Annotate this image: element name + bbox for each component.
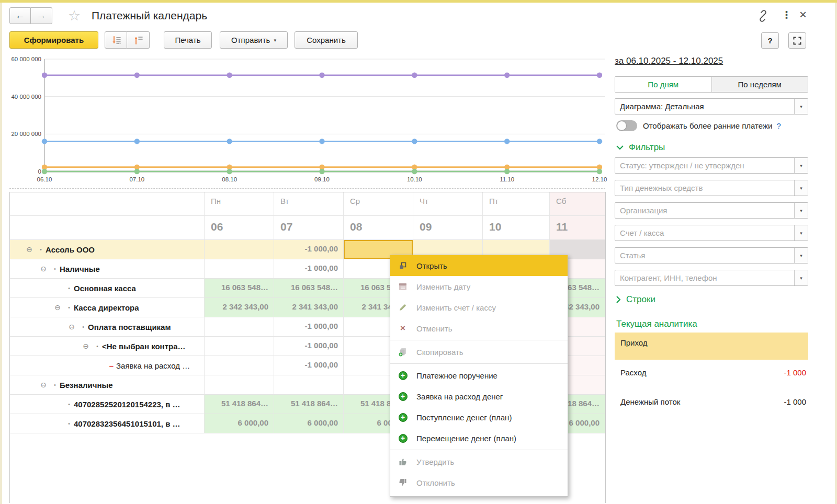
chart-point[interactable]: [42, 169, 47, 174]
filter-input[interactable]: Счет / касса▾: [615, 225, 808, 241]
chart-point[interactable]: [504, 139, 510, 144]
tab-by-weeks[interactable]: По неделям: [711, 77, 808, 92]
row-label[interactable]: ⊖•Безналичные: [10, 375, 205, 395]
chart-point[interactable]: [227, 169, 232, 174]
chart-point[interactable]: [227, 73, 232, 78]
chart-point[interactable]: [597, 139, 602, 144]
row-label[interactable]: ⊖•<Не выбран контра…: [10, 337, 205, 356]
row-label[interactable]: –Заявка на расход …: [10, 356, 205, 375]
chart-point[interactable]: [42, 139, 47, 144]
back-button[interactable]: ←: [9, 7, 31, 24]
table-cell[interactable]: [205, 337, 274, 356]
close-icon[interactable]: ×: [799, 7, 807, 22]
table-cell[interactable]: 16 063 548…: [205, 279, 274, 298]
menu-item[interactable]: Открыть: [390, 255, 568, 276]
collapse-icon[interactable]: ⊖: [37, 381, 50, 389]
filter-dropdown-icon[interactable]: ▾: [794, 180, 808, 196]
save-button[interactable]: Сохранить: [295, 31, 358, 49]
get-link-icon[interactable]: [756, 9, 770, 25]
table-cell[interactable]: 16 063 548…: [274, 279, 344, 298]
chart-table-splitter[interactable]: [9, 188, 605, 189]
row-label[interactable]: ⊖•Наличные: [10, 259, 205, 279]
rows-section-header[interactable]: Строки: [616, 294, 655, 305]
analytics-expense-row[interactable]: Расход -1 000: [615, 368, 808, 377]
row-label[interactable]: •40702852520120154223, в …: [10, 395, 205, 414]
column-date-07[interactable]: 07: [274, 216, 344, 240]
table-cell[interactable]: -1 000,00: [274, 240, 344, 259]
chart-point[interactable]: [412, 73, 417, 78]
sort-desc-icon[interactable]: [105, 31, 127, 49]
column-header-Сб[interactable]: Сб: [550, 192, 605, 216]
menu-item[interactable]: +Перемещение денег (план): [390, 428, 568, 449]
column-header-Ср[interactable]: Ср: [344, 192, 413, 216]
diagram-select[interactable]: Диаграмма: Детальная ▾: [615, 98, 808, 114]
chart-point[interactable]: [412, 169, 417, 174]
filter-dropdown-icon[interactable]: ▾: [794, 248, 808, 263]
table-cell[interactable]: 51 418 864…: [274, 395, 344, 414]
fullscreen-button[interactable]: [788, 32, 806, 49]
table-cell[interactable]: [274, 375, 344, 395]
chart-point[interactable]: [134, 169, 140, 174]
table-cell[interactable]: 2 342 343,00: [205, 298, 274, 317]
chart-point[interactable]: [504, 169, 510, 174]
chart-point[interactable]: [597, 73, 602, 78]
favorite-star-icon[interactable]: ☆: [68, 8, 81, 24]
column-header-Вт[interactable]: Вт: [274, 192, 344, 216]
filter-dropdown-icon[interactable]: ▾: [794, 158, 808, 173]
chart-point[interactable]: [319, 169, 324, 174]
table-cell[interactable]: -1 000,00: [274, 337, 344, 356]
column-date-06[interactable]: 06: [205, 216, 274, 240]
chart-point[interactable]: [42, 73, 47, 78]
sort-asc-icon[interactable]: [127, 31, 150, 49]
generate-button[interactable]: Сформировать: [9, 31, 98, 49]
table-cell[interactable]: [205, 240, 274, 259]
filter-dropdown-icon[interactable]: ▾: [794, 270, 808, 285]
row-label[interactable]: •Основная касса: [10, 279, 205, 298]
earlier-payments-help[interactable]: ?: [776, 121, 781, 130]
collapse-icon[interactable]: ⊖: [51, 303, 64, 312]
chart-point[interactable]: [319, 139, 324, 144]
table-cell[interactable]: -1 000,00: [274, 356, 344, 375]
chart-point[interactable]: [597, 169, 602, 174]
table-cell[interactable]: 51 418 864…: [205, 395, 274, 414]
more-menu-icon[interactable]: ⋮: [782, 9, 791, 21]
chart-point[interactable]: [134, 139, 140, 144]
table-cell[interactable]: 6 000,00: [205, 414, 274, 433]
chart-point[interactable]: [504, 73, 510, 78]
row-label[interactable]: •40702832356451015101, в …: [10, 414, 205, 433]
column-date-09[interactable]: 09: [413, 216, 483, 240]
chart-point[interactable]: [319, 73, 324, 78]
filter-input[interactable]: Тип денежных средств▾: [615, 180, 808, 196]
table-cell[interactable]: 2 341 343,00: [274, 298, 344, 317]
diagram-dropdown-icon[interactable]: ▾: [794, 99, 808, 114]
menu-item[interactable]: Изменить дату: [390, 276, 568, 297]
column-header-Пт[interactable]: Пт: [483, 192, 550, 216]
table-cell[interactable]: [205, 259, 274, 279]
menu-item[interactable]: Отклонить: [390, 472, 568, 493]
table-cell[interactable]: -1 000,00: [274, 259, 344, 279]
print-button[interactable]: Печать: [164, 31, 212, 49]
column-date-10[interactable]: 10: [483, 216, 550, 240]
period-link[interactable]: за 06.10.2025 - 12.10.2025: [615, 56, 808, 66]
table-cell[interactable]: [205, 356, 274, 375]
filter-input[interactable]: Статус: утвержден / не утвержден▾: [615, 157, 808, 174]
menu-item[interactable]: ×Отменить: [390, 318, 568, 339]
collapse-icon[interactable]: ⊖: [79, 342, 93, 350]
help-button[interactable]: ?: [761, 32, 779, 49]
filter-dropdown-icon[interactable]: ▾: [794, 225, 808, 240]
filters-section-header[interactable]: Фильтры: [616, 142, 665, 153]
chart-point[interactable]: [134, 73, 140, 78]
menu-item[interactable]: Скопировать: [390, 341, 568, 362]
table-cell[interactable]: 6 000,00: [274, 414, 344, 433]
filter-input[interactable]: Организация▾: [615, 202, 808, 219]
filter-input[interactable]: Контрагент, ИНН, телефон▾: [615, 270, 808, 286]
table-cell[interactable]: -1 000,00: [274, 317, 344, 337]
earlier-payments-toggle[interactable]: [616, 120, 637, 131]
tab-by-days[interactable]: По дням: [615, 77, 711, 92]
column-date-11[interactable]: 11: [550, 216, 605, 240]
menu-item[interactable]: Утвердить: [390, 451, 568, 472]
column-date-08[interactable]: 08: [344, 216, 413, 240]
analytics-cashflow-row[interactable]: Денежный поток -1 000: [615, 397, 808, 406]
chart-point[interactable]: [412, 139, 417, 144]
filter-dropdown-icon[interactable]: ▾: [794, 203, 808, 218]
